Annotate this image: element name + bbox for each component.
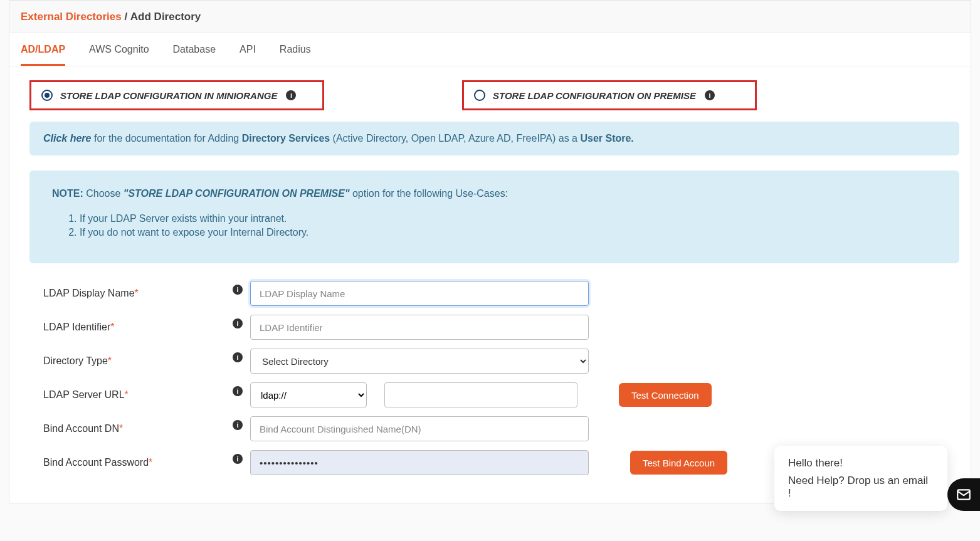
page-container: External Directories / Add Directory AD/…	[9, 0, 971, 503]
label-bind-dn: Bind Account DN*	[43, 423, 231, 434]
radio-store-miniorange[interactable]: STORE LDAP CONFIGURATION IN MINIORANGE i	[29, 80, 324, 110]
note-box: NOTE: Choose "STORE LDAP CONFIGURATION O…	[29, 171, 959, 263]
radio-label-miniorange: STORE LDAP CONFIGURATION IN MINIORANGE	[60, 90, 277, 101]
note-text: option for the following Use-Cases:	[352, 188, 508, 199]
tab-adldap[interactable]: AD/LDAP	[21, 44, 65, 66]
tab-database[interactable]: Database	[173, 44, 216, 66]
note-text: Choose	[86, 188, 124, 199]
label-text: LDAP Server URL	[43, 389, 125, 400]
required-mark: *	[108, 355, 112, 366]
alert-strong-ds: Directory Services	[242, 133, 330, 144]
required-mark: *	[149, 457, 152, 468]
input-bind-dn[interactable]	[250, 416, 589, 441]
chat-line1: Hello there!	[788, 457, 934, 470]
test-bind-account-button[interactable]: Test Bind Accoun	[630, 451, 727, 475]
breadcrumb-current: Add Directory	[130, 11, 201, 23]
label-directory-type: Directory Type*	[43, 355, 231, 367]
info-icon[interactable]: i	[233, 318, 243, 328]
doc-alert: Click here for the documentation for Add…	[29, 122, 959, 155]
row-bind-dn: Bind Account DN* i	[29, 416, 959, 441]
radio-label-onpremise: STORE LDAP CONFIGURATION ON PREMISE	[493, 90, 696, 101]
doc-click-here-link[interactable]: Click here	[43, 133, 91, 144]
radio-icon	[41, 90, 53, 101]
spacer	[324, 80, 462, 110]
select-ldap-protocol[interactable]: ldap://	[250, 382, 367, 407]
required-mark: *	[110, 322, 114, 332]
label-ldap-server-url: LDAP Server URL*	[43, 389, 231, 401]
note-list: If your LDAP Server exists within your i…	[52, 213, 937, 238]
input-ldap-display-name[interactable]	[250, 281, 589, 306]
select-directory-type[interactable]: Select Directory	[250, 349, 589, 374]
radio-icon	[474, 90, 485, 101]
label-text: LDAP Identifier	[43, 322, 110, 332]
chat-fab-button[interactable]	[947, 478, 980, 503]
content-area: STORE LDAP CONFIGURATION IN MINIORANGE i…	[9, 66, 971, 503]
breadcrumb: External Directories / Add Directory	[9, 1, 971, 33]
storage-mode-row: STORE LDAP CONFIGURATION IN MINIORANGE i…	[29, 80, 959, 110]
label-ldap-display-name: LDAP Display Name*	[43, 288, 231, 299]
info-icon[interactable]: i	[286, 90, 296, 100]
info-icon[interactable]: i	[233, 454, 243, 464]
alert-strong-us: User Store.	[580, 133, 633, 144]
row-directory-type: Directory Type* i Select Directory	[29, 349, 959, 374]
info-icon[interactable]: i	[233, 352, 243, 362]
required-mark: *	[119, 423, 123, 434]
test-connection-button[interactable]: Test Connection	[619, 383, 712, 407]
tab-api[interactable]: API	[240, 44, 256, 66]
tab-radius[interactable]: Radius	[280, 44, 311, 66]
note-list-item: If your LDAP Server exists within your i…	[80, 213, 937, 224]
required-mark: *	[125, 389, 129, 400]
label-text: Directory Type	[43, 355, 108, 366]
chat-line2: Need Help? Drop us an email !	[788, 475, 934, 500]
breadcrumb-sep: /	[124, 11, 127, 23]
input-bind-password[interactable]	[250, 450, 589, 475]
radio-store-onpremise[interactable]: STORE LDAP CONFIGURATION ON PREMISE i	[462, 80, 757, 110]
tab-awscognito[interactable]: AWS Cognito	[89, 44, 149, 66]
note-label: NOTE:	[52, 188, 83, 199]
label-text: LDAP Display Name	[43, 288, 135, 298]
label-text: Bind Account Password	[43, 457, 149, 468]
label-bind-password: Bind Account Password*	[43, 457, 231, 468]
label-text: Bind Account DN	[43, 423, 119, 434]
row-ldap-display-name: LDAP Display Name* i	[29, 281, 959, 306]
info-icon[interactable]: i	[233, 386, 243, 396]
row-ldap-server-url: LDAP Server URL* i ldap:// Test Connecti…	[29, 382, 959, 407]
info-icon[interactable]: i	[705, 90, 715, 100]
tab-bar: AD/LDAP AWS Cognito Database API Radius	[9, 33, 971, 66]
required-mark: *	[135, 288, 139, 298]
alert-text: for the documentation for Adding	[91, 133, 241, 144]
note-emph: "STORE LDAP CONFIGURATION ON PREMISE"	[124, 188, 350, 199]
info-icon[interactable]: i	[233, 285, 243, 295]
input-ldap-host[interactable]	[384, 382, 577, 407]
info-icon[interactable]: i	[233, 420, 243, 430]
alert-text: (Active Directory, Open LDAP, Azure AD, …	[330, 133, 580, 144]
label-ldap-identifier: LDAP Identifier*	[43, 322, 231, 333]
chat-popup[interactable]: Hello there! Need Help? Drop us an email…	[774, 446, 947, 503]
row-ldap-identifier: LDAP Identifier* i	[29, 315, 959, 340]
mail-icon	[956, 486, 972, 503]
note-list-item: If you do not want to expose your Intern…	[80, 227, 937, 238]
breadcrumb-parent[interactable]: External Directories	[21, 11, 122, 23]
input-ldap-identifier[interactable]	[250, 315, 589, 340]
